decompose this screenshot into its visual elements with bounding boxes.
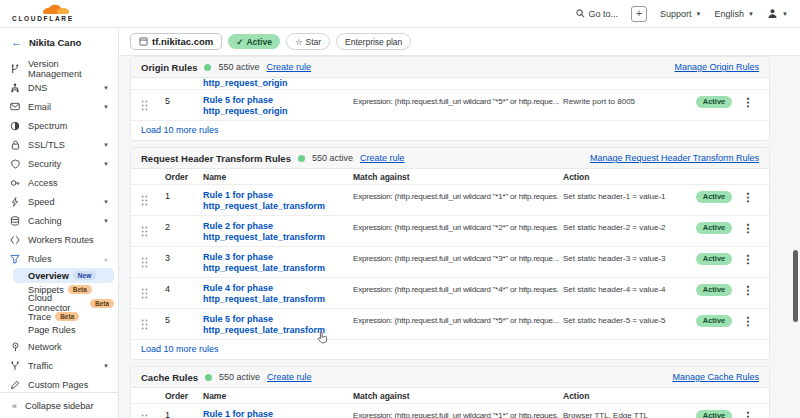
- sidebar-item-label: Rules: [28, 254, 52, 264]
- create-rule-link[interactable]: Create rule: [360, 153, 405, 163]
- rule-match: Expression: (http.request.full_uri wildc…: [347, 283, 559, 294]
- goto-search[interactable]: Go to...: [576, 9, 619, 19]
- cloudflare-logo[interactable]: CLOUDFLARE: [12, 4, 74, 23]
- zone-status-badge: ✓ Active: [228, 34, 280, 49]
- drag-handle-icon[interactable]: [141, 221, 157, 241]
- sidebar-item-dns[interactable]: DNS ▼: [0, 78, 118, 97]
- site-icon: [139, 37, 148, 46]
- kebab-menu-icon[interactable]: ⋮: [739, 190, 757, 204]
- table-row[interactable]: 5 Rule 5 for phase http_request_origin E…: [131, 89, 769, 120]
- database-icon: [9, 216, 21, 226]
- rule-order: 5: [159, 314, 193, 325]
- sidebar-item-network[interactable]: Network: [0, 337, 118, 356]
- sidebar-item-overview[interactable]: Overview New: [13, 268, 114, 283]
- language-label: English: [715, 9, 745, 19]
- sidebar-item-email[interactable]: Email ▼: [0, 97, 118, 116]
- table-row[interactable]: 2 Rule 2 for phase http_request_late_tra…: [131, 215, 769, 246]
- active-dot-icon: [205, 374, 212, 381]
- rule-action: Browser TTL, Edge TTL: [561, 409, 689, 418]
- load-more-link[interactable]: Load 10 more rules: [131, 339, 769, 359]
- sidebar-item-trace[interactable]: Trace Beta: [13, 310, 114, 324]
- table-row[interactable]: 5 Rule 5 for phase http_request_late_tra…: [131, 308, 769, 339]
- rule-action: Set static header-5 = value-5: [561, 314, 689, 325]
- status-badge: Active: [696, 96, 733, 108]
- status-badge: Active: [696, 253, 733, 265]
- table-row[interactable]: 4 Rule 4 for phase http_request_late_tra…: [131, 277, 769, 308]
- support-menu[interactable]: Support ▼: [660, 9, 701, 19]
- sidebar-item-access[interactable]: Access: [0, 173, 118, 192]
- drag-handle-icon[interactable]: [141, 283, 157, 303]
- column-action: Action: [561, 391, 689, 401]
- sidebar-subitem-label: Overview: [28, 271, 69, 281]
- rule-name-link[interactable]: Rule 1 for phase http_request_late_trans…: [195, 190, 345, 211]
- kebab-menu-icon[interactable]: ⋮: [739, 409, 757, 418]
- sidebar-nav: Version Management DNS ▼ Email ▼: [0, 56, 118, 394]
- collapse-label: Collapse sidebar: [25, 401, 93, 411]
- drag-handle-icon[interactable]: [141, 190, 157, 210]
- column-match: Match against: [347, 172, 559, 182]
- load-more-link[interactable]: Load 10 more rules: [131, 120, 769, 140]
- sidebar-item-version-management[interactable]: Version Management: [0, 59, 118, 78]
- rule-name-link[interactable]: Rule 5 for phase http_request_late_trans…: [195, 314, 345, 335]
- zone-selector[interactable]: tf.nikitac.com: [130, 33, 222, 50]
- column-name: Name: [195, 391, 345, 401]
- manage-origin-rules-link[interactable]: Manage Origin Rules: [674, 62, 759, 72]
- column-match: Match against: [347, 391, 559, 401]
- topnav-actions: Go to... + Support ▼ English ▼ ▼: [576, 6, 788, 22]
- zone-bar: tf.nikitac.com ✓ Active ☆ Star Enterpris…: [119, 28, 800, 56]
- spectrum-icon: [9, 121, 21, 131]
- rule-name-link[interactable]: Rule 5 for phase http_request_origin: [195, 95, 345, 116]
- cloudflare-dashboard: CLOUDFLARE Go to... + Support ▼ English …: [0, 0, 800, 418]
- sidebar-item-page-rules[interactable]: Page Rules: [13, 324, 114, 338]
- active-dot-icon: [298, 155, 305, 162]
- create-rule-link[interactable]: Create rule: [267, 62, 312, 72]
- kebab-menu-icon[interactable]: ⋮: [739, 283, 757, 297]
- sidebar-item-speed[interactable]: Speed ▼: [0, 192, 118, 211]
- user-icon: [767, 8, 778, 19]
- rule-name-link[interactable]: Rule 2 for phase http_request_late_trans…: [195, 221, 345, 242]
- manage-rht-rules-link[interactable]: Manage Request Header Transform Rules: [590, 153, 759, 163]
- account-menu[interactable]: ▼: [767, 8, 788, 19]
- origin-rules-card: Origin Rules 550 active Create rule Mana…: [130, 56, 770, 141]
- sidebar-item-caching[interactable]: Caching ▼: [0, 211, 118, 230]
- sidebar-subitem-label: Page Rules: [28, 325, 76, 335]
- drag-handle-icon[interactable]: [141, 409, 157, 418]
- top-navbar: CLOUDFLARE Go to... + Support ▼ English …: [0, 0, 800, 28]
- sidebar-item-cloud-connector[interactable]: Cloud Connector Beta: [13, 297, 114, 311]
- add-site-button[interactable]: +: [631, 6, 647, 22]
- language-menu[interactable]: English ▼: [715, 9, 754, 19]
- sidebar-item-spectrum[interactable]: Spectrum: [0, 116, 118, 135]
- rule-name-link[interactable]: Rule 4 for phase http_request_late_trans…: [195, 283, 345, 304]
- create-rule-link[interactable]: Create rule: [267, 372, 312, 382]
- rule-name-link[interactable]: Rule 3 for phase http_request_late_trans…: [195, 252, 345, 273]
- table-row-partial[interactable]: http_request_origin: [131, 78, 769, 89]
- workers-icon: [9, 235, 21, 245]
- status-badge: Active: [696, 284, 733, 296]
- zone-domain: tf.nikitac.com: [152, 36, 213, 47]
- kebab-menu-icon[interactable]: ⋮: [739, 252, 757, 266]
- rule-name-link[interactable]: http_request_origin: [195, 78, 345, 89]
- sidebar-item-workers-routes[interactable]: Workers Routes: [0, 230, 118, 249]
- back-arrow-icon[interactable]: ←: [11, 36, 22, 48]
- kebab-menu-icon[interactable]: ⋮: [739, 95, 757, 109]
- vertical-scrollbar[interactable]: [793, 250, 798, 322]
- sidebar-item-traffic[interactable]: Traffic ▼: [0, 356, 118, 375]
- table-row[interactable]: 1 Rule 1 for phase http_request_late_tra…: [131, 184, 769, 215]
- star-button[interactable]: ☆ Star: [286, 33, 330, 50]
- manage-cache-rules-link[interactable]: Manage Cache Rules: [672, 372, 759, 382]
- collapse-sidebar-button[interactable]: « Collapse sidebar: [0, 392, 118, 418]
- sidebar-item-security[interactable]: Security ▼: [0, 154, 118, 173]
- table-row[interactable]: 3 Rule 3 for phase http_request_late_tra…: [131, 246, 769, 277]
- account-header[interactable]: ← Nikita Cano: [0, 28, 118, 56]
- beta-badge: Beta: [90, 299, 114, 308]
- rule-action: Rewrite port to 8005: [561, 95, 689, 106]
- sidebar-item-ssl-tls[interactable]: SSL/TLS ▼: [0, 135, 118, 154]
- kebab-menu-icon[interactable]: ⋮: [739, 314, 757, 328]
- kebab-menu-icon[interactable]: ⋮: [739, 221, 757, 235]
- sidebar-item-rules[interactable]: Rules ▲: [0, 249, 118, 268]
- drag-handle-icon[interactable]: [141, 314, 157, 334]
- drag-handle-icon[interactable]: [141, 252, 157, 272]
- table-row[interactable]: 1 Rule 1 for phase http_request_cache_se…: [131, 403, 769, 418]
- drag-handle-icon[interactable]: [141, 95, 157, 115]
- rule-name-link[interactable]: Rule 1 for phase http_request_cache_sett…: [195, 409, 345, 418]
